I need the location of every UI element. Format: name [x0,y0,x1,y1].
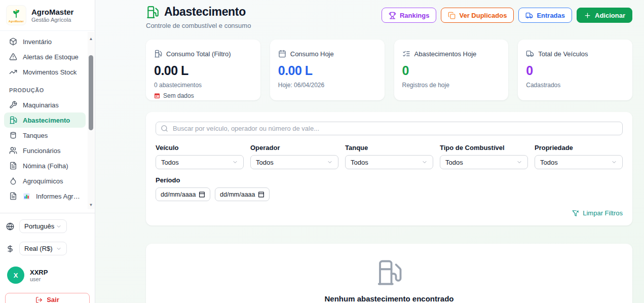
tipo-combustivel-select[interactable]: Todos [440,155,528,169]
rankings-button[interactable]: Rankings [382,8,437,23]
sidebar-item-label: Movimentos Stock [23,68,77,76]
sidebar-item-nomina[interactable]: Nómina (Folha) [4,158,86,173]
globe-icon [6,222,14,231]
fuel-icon [154,50,162,58]
sidebar-nav: ⌐ Inventário Alertas de Estoque Moviment… [0,31,95,210]
truck-icon [526,50,534,58]
scrollbar-thumb[interactable] [89,55,93,130]
stat-label: Total de Veículos [538,50,588,58]
stat-value: 0.00 L [278,63,376,78]
stat-label: Abastecimentos Hoje [414,50,477,58]
tanque-select[interactable]: Todos [345,155,433,169]
date-from-input[interactable]: dd/mm/aaaa [156,187,210,201]
app-name: AgroMaster [31,8,73,16]
sidebar-footer: Português Real (R$) X XXRP user Sair [0,213,95,303]
sidebar-item-agroquimicos[interactable]: Agroquímicos [4,173,86,188]
plus-icon [584,12,591,19]
stat-sub: Registros de hoje [402,82,501,89]
sidebar-item-label: Nómina (Folha) [23,162,68,170]
page-title: Abastecimento [164,5,246,19]
stat-sub: Hoje: 06/04/2026 [278,82,376,89]
chevron-down-icon [56,246,62,252]
sidebar-section-producao: PRODUÇÃO [4,80,86,97]
date-to-input[interactable]: dd/mm/aaaa [215,187,270,201]
stat-label: Consumo Total (Filtro) [166,50,231,58]
trophy-icon [389,12,396,19]
filter-label-tanque: Tanque [345,144,433,152]
clear-filters-button[interactable]: Limpar Filtros [572,209,623,217]
operador-value: Todos [256,159,274,166]
alert-triangle-icon [9,53,17,61]
add-button[interactable]: Adicionar [577,8,632,23]
search-input[interactable] [156,122,623,135]
clear-filters-label: Limpar Filtros [583,209,623,217]
stat-value: 0 [526,63,624,78]
rankings-label: Rankings [400,12,430,19]
chevron-down-icon [422,159,428,165]
language-value: Português [24,222,54,230]
stat-sub2: Sem dados [163,92,194,99]
entries-button[interactable]: Entradas [518,8,572,23]
calendar-icon[interactable] [199,191,205,198]
sidebar-item-alertas-estoque[interactable]: Alertas de Estoque [4,49,86,64]
stat-card-consumo-hoje: Consumo Hoje 0.00 L Hoje: 06/04/2026 [270,40,385,100]
filter-x-icon [572,210,579,217]
tanque-value: Todos [351,159,368,166]
sidebar-scrollbar[interactable]: ▲ ▼ [88,32,94,209]
sidebar-item-funcionarios[interactable]: Funcionários [4,143,86,158]
date-to-placeholder: dd/mm/aaaa [220,191,255,198]
logout-icon [35,296,43,303]
chevron-down-icon [56,223,62,230]
calendar-icon[interactable] [258,191,264,198]
propriedade-select[interactable]: Todos [535,155,623,169]
package-icon [9,37,17,46]
stat-sub: 0 abastecimentos [154,82,252,89]
empty-state-message: Nenhum abastecimento encontrado [324,294,453,303]
sidebar-item-maquinarias[interactable]: Maquinarias [4,97,86,112]
currency-select[interactable]: Real (R$) [19,242,67,255]
operador-select[interactable]: Todos [250,155,338,169]
fuel-icon [9,116,17,124]
logout-button[interactable]: Sair [5,293,90,303]
scroll-up-arrow-icon[interactable]: ▲ [88,36,94,42]
sidebar-item-label: Tanques [23,132,48,139]
view-duplicates-label: Ver Duplicados [459,12,507,19]
view-duplicates-button[interactable]: Ver Duplicados [441,8,514,23]
chevron-down-icon [327,159,333,165]
list-checks-icon [402,50,410,58]
tipo-combustivel-value: Todos [445,159,463,166]
trending-up-icon [9,68,17,76]
sidebar-item-abastecimento[interactable]: Abastecimento [4,112,86,128]
stat-value: 0 [402,63,501,78]
sidebar-item-label: Maquinarias [23,101,59,109]
sidebar-item-tanques[interactable]: Tanques [4,128,86,143]
chevron-down-icon [516,159,522,165]
filter-label-veiculo: Veículo [156,144,244,152]
stat-card-total-veiculos: Total de Veículos 0 Cadastrados [518,40,632,100]
fuel-icon [375,259,403,286]
sidebar-item-label: Informes Agroquí... [36,193,81,200]
chevron-down-icon [232,159,238,165]
wrench-icon [9,101,17,109]
sidebar: AgroMaster AgroMaster Gestão Agrícola ⌐ … [0,0,95,303]
language-select[interactable]: Português [19,219,67,233]
sidebar-item-label: Abastecimento [23,117,70,124]
logout-label: Sair [47,296,59,303]
stats-row: Consumo Total (Filtro) 0.00 L 0 abasteci… [146,40,632,100]
propriedade-value: Todos [540,159,558,166]
logo-caption: AgroMaster [9,20,24,23]
app-tagline: Gestão Agrícola [31,17,73,23]
tank-icon [9,131,17,139]
scroll-down-arrow-icon[interactable]: ▼ [88,202,94,208]
avatar: X [7,267,24,284]
user-role: user [30,276,48,282]
calendar-icon [278,50,286,58]
entries-label: Entradas [537,12,565,19]
main-content: Abastecimento Controle de combustível e … [95,0,644,303]
veiculo-select[interactable]: Todos [156,155,244,169]
chevron-down-icon [611,159,617,165]
sidebar-item-inventario[interactable]: Inventário [4,34,86,49]
sidebar-item-movimentos-stock[interactable]: Movimentos Stock [4,64,86,80]
user-profile[interactable]: X XXRP user [7,264,90,286]
sidebar-item-informes-agroquimicos[interactable]: Informes Agroquí... [4,188,86,204]
